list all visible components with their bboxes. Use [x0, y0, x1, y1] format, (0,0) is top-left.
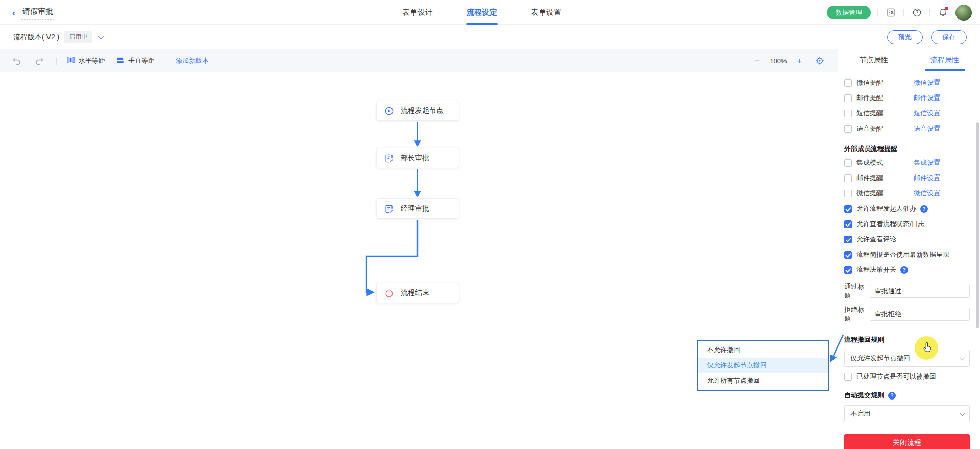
close-flow-button[interactable]: 关闭流程 — [844, 434, 970, 449]
horizontal-spacing-button[interactable]: 水平等距 — [67, 56, 105, 65]
help-icon[interactable]: ? — [888, 392, 896, 400]
dropdown-option-all-nodes[interactable]: 允许所有节点撤回 — [698, 373, 828, 388]
zoom-out-button[interactable]: − — [750, 57, 765, 65]
top-bar: ‹ 请假审批 表单设计 流程设定 表单设置 数据管理 — [0, 0, 980, 25]
vertical-spacing-icon — [116, 56, 124, 65]
row-decision-switch: 流程决策开关 ? — [844, 262, 970, 278]
vertical-spacing-button[interactable]: 垂直等距 — [116, 56, 155, 65]
panel-scrollbar[interactable] — [976, 122, 979, 328]
tab-form-settings[interactable]: 表单设置 — [531, 0, 561, 25]
add-version-link[interactable]: 添加新版本 — [176, 56, 209, 65]
help-icon[interactable]: ? — [920, 205, 928, 213]
checkbox[interactable] — [844, 174, 852, 182]
bell-icon[interactable] — [937, 7, 949, 19]
reject-title-row: 拒绝标题 — [844, 305, 970, 323]
version-chevron-down-icon[interactable] — [98, 33, 102, 41]
preview-button[interactable]: 预览 — [887, 30, 923, 44]
checkbox-checked[interactable] — [844, 236, 852, 243]
row-ext-wechat-reminder: 微信提醒 微信设置 — [844, 186, 970, 201]
flow-node-start[interactable]: 流程发起节点 — [376, 101, 459, 121]
checkbox-checked[interactable] — [844, 266, 852, 274]
power-icon — [384, 288, 394, 298]
tab-form-design[interactable]: 表单设计 — [402, 0, 433, 25]
chevron-down-icon — [960, 410, 965, 416]
avatar[interactable] — [955, 5, 972, 21]
redo-icon[interactable] — [33, 54, 46, 67]
auto-submit-section-title: 自动提交规则 ? — [844, 389, 970, 402]
checkbox[interactable] — [844, 125, 852, 133]
properties-panel: 节点属性 流程属性 微信提醒 微信设置 邮件提醒 邮件设置 短信提醒 短信设置 … — [838, 49, 980, 449]
checkbox-checked[interactable] — [844, 251, 852, 259]
row-email-reminder: 邮件提醒 邮件设置 — [844, 90, 970, 106]
divider — [165, 57, 165, 65]
locate-icon[interactable] — [815, 56, 824, 65]
help-icon[interactable]: ? — [900, 266, 908, 274]
tab-flow-setting[interactable]: 流程设定 — [467, 0, 497, 25]
email-settings-link[interactable]: 邮件设置 — [914, 93, 940, 103]
back-button[interactable]: ‹ 请假审批 — [12, 5, 54, 20]
tab-node-properties[interactable]: 节点属性 — [838, 49, 909, 71]
wechat-settings-link[interactable]: 微信设置 — [914, 189, 940, 198]
flow-canvas[interactable]: 流程发起节点 部长审批 经理审批 流程结束 — [0, 72, 838, 449]
reject-title-input[interactable] — [870, 308, 970, 321]
checkbox[interactable] — [844, 190, 852, 197]
contacts-icon[interactable] — [885, 7, 897, 19]
flow-node-manager-approval[interactable]: 经理审批 — [376, 198, 459, 219]
help-icon[interactable] — [911, 7, 923, 19]
checkbox[interactable] — [844, 94, 852, 102]
doc-edit-icon — [384, 154, 394, 163]
wechat-settings-link[interactable]: 微信设置 — [914, 78, 940, 87]
canvas-toolbar: 水平等距 垂直等距 添加新版本 − 100% + — [0, 49, 838, 72]
checkbox[interactable] — [844, 79, 852, 87]
dropdown-option-start-node-only[interactable]: 仅允许发起节点撤回 — [698, 358, 828, 373]
checkbox-checked[interactable] — [844, 220, 852, 228]
doc-edit-icon — [384, 204, 394, 214]
email-settings-link[interactable]: 邮件设置 — [914, 173, 940, 183]
divider — [877, 9, 878, 16]
top-bar-right: 数据管理 — [827, 0, 972, 25]
notification-dot — [945, 7, 948, 10]
divider — [929, 9, 930, 16]
zoom-level: 100% — [765, 57, 792, 65]
checkbox-checked[interactable] — [844, 205, 852, 213]
withdraw-rule-section-title: 流程撤回规则 — [844, 334, 970, 346]
undo-icon[interactable] — [10, 54, 23, 67]
withdraw-rule-select[interactable]: 仅允许发起节点撤回 — [844, 350, 970, 367]
chevron-down-icon — [960, 355, 965, 360]
flow-node-end[interactable]: 流程结束 — [376, 283, 459, 303]
row-processed-node-withdraw: 已处理节点是否可以被撤回 — [844, 369, 970, 384]
data-manage-button[interactable]: 数据管理 — [827, 6, 871, 19]
horizontal-spacing-icon — [67, 56, 75, 65]
flow-connectors — [0, 72, 838, 449]
row-allow-urge: 允许流程发起人催办 ? — [844, 201, 970, 216]
auto-submit-select[interactable]: 不启用 — [844, 405, 970, 422]
page-title: 请假审批 — [21, 5, 54, 20]
pass-title-row: 通过标题 — [844, 282, 970, 301]
external-member-section-title: 外部成员流程提醒 — [844, 143, 970, 155]
dropdown-option-no-withdraw[interactable]: 不允许撤回 — [698, 342, 828, 358]
save-button[interactable]: 保存 — [931, 30, 967, 44]
row-sms-reminder: 短信提醒 短信设置 — [844, 106, 970, 121]
tab-flow-properties[interactable]: 流程属性 — [909, 49, 980, 71]
flow-node-minister-approval[interactable]: 部长审批 — [376, 148, 459, 168]
row-brief-latest-data: 流程简报是否使用最新数据呈现 — [844, 247, 970, 262]
row-ext-email-reminder: 邮件提醒 邮件设置 — [844, 170, 970, 186]
panel-tabs: 节点属性 流程属性 — [838, 49, 980, 71]
voice-settings-link[interactable]: 语音设置 — [914, 124, 940, 133]
version-label: 流程版本( V2 ) — [13, 33, 59, 42]
checkbox[interactable] — [844, 110, 852, 117]
back-chevron-icon: ‹ — [12, 8, 15, 17]
divider — [56, 57, 57, 65]
sms-settings-link[interactable]: 短信设置 — [914, 109, 940, 118]
row-integration-mode: 集成模式 集成设置 — [844, 155, 970, 170]
divider — [903, 9, 904, 16]
checkbox[interactable] — [844, 159, 852, 167]
main-tabs: 表单设计 流程设定 表单设置 — [402, 0, 561, 25]
checkbox[interactable] — [844, 373, 852, 381]
integration-settings-link[interactable]: 集成设置 — [914, 158, 940, 167]
zoom-in-button[interactable]: + — [792, 57, 807, 65]
row-voice-reminder: 语音提醒 语音设置 — [844, 121, 970, 136]
pass-title-input[interactable] — [870, 285, 970, 298]
row-allow-view-comments: 允许查看评论 — [844, 232, 970, 247]
withdraw-rule-dropdown: 不允许撤回 仅允许发起节点撤回 允许所有节点撤回 — [697, 340, 829, 391]
